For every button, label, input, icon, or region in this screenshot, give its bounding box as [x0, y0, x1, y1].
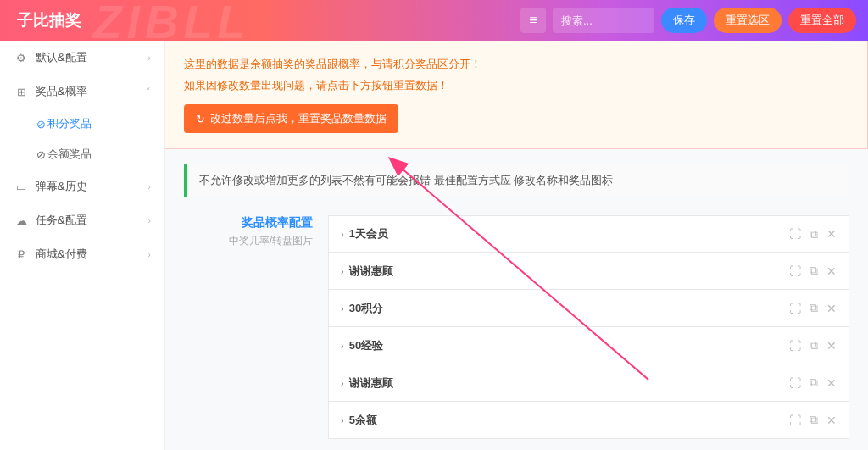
prize-name: 5余额 — [349, 413, 781, 428]
copy-icon[interactable]: ⧉ — [810, 375, 818, 390]
sidebar-sub-label: 积分奖品 — [47, 116, 92, 131]
sidebar-item-label: 默认&配置 — [36, 50, 147, 65]
close-icon[interactable]: ✕ — [826, 227, 837, 241]
circle-icon: ⊘ — [34, 118, 47, 131]
copy-icon[interactable]: ⧉ — [810, 301, 818, 315]
sidebar-item-danmu-history[interactable]: ▭ 弹幕&历史 › — [0, 169, 164, 203]
prize-name: 1天会员 — [349, 226, 781, 242]
warning-box: 这里的数据是余额抽奖的奖品跟概率，与请积分奖品区分开！ 如果因修改数量出现问题，… — [165, 41, 868, 149]
config-label-group: 奖品概率配置 中奖几率/转盘图片 — [184, 215, 328, 439]
copy-icon[interactable]: ⧉ — [810, 264, 818, 278]
chevron-right-icon: › — [341, 415, 344, 425]
chevron-right-icon: › — [147, 249, 151, 259]
sidebar-item-label: 弹幕&历史 — [36, 179, 147, 194]
copy-icon[interactable]: ⧉ — [810, 413, 818, 427]
chevron-right-icon: › — [341, 303, 344, 314]
sidebar-item-default-config[interactable]: ⚙ 默认&配置 › — [0, 41, 164, 75]
expand-icon[interactable]: ⛶ — [789, 264, 801, 278]
close-icon[interactable]: ✕ — [826, 376, 837, 390]
prize-name: 谢谢惠顾 — [349, 375, 781, 391]
sidebar-item-label: 奖品&概率 — [36, 84, 146, 99]
sidebar-sub-balance-prize[interactable]: ⊘ 余额奖品 — [0, 139, 164, 169]
sidebar-item-shop-pay[interactable]: ₽ 商城&付费 › — [0, 237, 164, 271]
prize-row[interactable]: › 5余额 ⛶ ⧉ ✕ — [328, 402, 849, 439]
sidebar-sub-points-prize[interactable]: ⊘ 积分奖品 — [0, 108, 164, 139]
chevron-right-icon: › — [147, 53, 151, 63]
chevron-right-icon: › — [147, 181, 151, 192]
sidebar: ⚙ 默认&配置 › ⊞ 奖品&概率 ˅ ⊘ 积分奖品 ⊘ 余额奖品 ▭ 弹幕&历… — [0, 41, 165, 450]
prize-row[interactable]: › 30积分 ⛶ ⧉ ✕ — [328, 290, 849, 327]
chevron-right-icon: › — [341, 229, 344, 239]
close-icon[interactable]: ✕ — [826, 414, 837, 427]
close-icon[interactable]: ✕ — [826, 302, 837, 315]
header: ZIBLL 子比抽奖 ≡ 保存 重置选区 重置全部 — [0, 0, 868, 41]
config-subtitle: 中奖几率/转盘图片 — [184, 234, 313, 248]
circle-icon: ⊘ — [34, 148, 47, 161]
search-input[interactable] — [553, 8, 654, 33]
prize-row[interactable]: › 谢谢惠顾 ⛶ ⧉ ✕ — [328, 253, 849, 290]
tip-bar: 不允许修改或增加更多的列表不然有可能会报错 最佳配置方式应 修改名称和奖品图标 — [184, 164, 849, 197]
close-icon[interactable]: ✕ — [826, 339, 837, 353]
prize-row[interactable]: › 1天会员 ⛶ ⧉ ✕ — [328, 215, 849, 253]
expand-icon[interactable]: ⛶ — [789, 302, 801, 315]
reset-prize-data-label: 改过数量后点我，重置奖品数量数据 — [210, 111, 387, 126]
list-icon[interactable]: ≡ — [520, 8, 546, 33]
prize-list: › 1天会员 ⛶ ⧉ ✕ › 谢谢惠顾 ⛶ ⧉ ✕ › 30积分 ⛶ ⧉ ✕ — [328, 215, 849, 439]
sidebar-item-prize-prob[interactable]: ⊞ 奖品&概率 ˅ — [0, 75, 164, 108]
save-button[interactable]: 保存 — [661, 8, 707, 33]
chevron-down-icon: ˅ — [146, 86, 151, 97]
package-icon: ⊞ — [14, 86, 29, 98]
chevron-right-icon: › — [147, 215, 151, 225]
chevron-right-icon: › — [341, 266, 344, 276]
reset-selection-button[interactable]: 重置选区 — [714, 8, 782, 33]
prize-name: 50经验 — [349, 338, 781, 353]
app-title: 子比抽奖 — [17, 9, 81, 31]
sidebar-item-label: 任务&配置 — [36, 213, 147, 228]
close-icon[interactable]: ✕ — [826, 264, 837, 278]
refresh-icon: ↻ — [196, 113, 205, 125]
prize-name: 谢谢惠顾 — [349, 264, 781, 279]
expand-icon[interactable]: ⛶ — [789, 414, 801, 427]
sidebar-item-task-config[interactable]: ☁ 任务&配置 › — [0, 203, 164, 237]
chevron-right-icon: › — [341, 341, 344, 351]
gear-icon: ⚙ — [14, 52, 29, 64]
sidebar-sub-label: 余额奖品 — [47, 147, 92, 162]
cloud-icon: ☁ — [14, 214, 29, 227]
copy-icon[interactable]: ⧉ — [810, 227, 818, 242]
config-row: 奖品概率配置 中奖几率/转盘图片 › 1天会员 ⛶ ⧉ ✕ › 谢谢惠顾 ⛶ ⧉… — [184, 215, 849, 439]
copy-icon[interactable]: ⧉ — [810, 338, 818, 353]
book-icon: ▭ — [14, 181, 29, 193]
warning-line-2: 如果因修改数量出现问题，请点击下方按钮重置数据！ — [184, 75, 849, 97]
expand-icon[interactable]: ⛶ — [789, 339, 801, 353]
expand-icon[interactable]: ⛶ — [789, 227, 801, 241]
reset-all-button[interactable]: 重置全部 — [788, 8, 856, 33]
sidebar-item-label: 商城&付费 — [36, 247, 147, 262]
main: 这里的数据是余额抽奖的奖品跟概率，与请积分奖品区分开！ 如果因修改数量出现问题，… — [165, 41, 868, 450]
prize-row[interactable]: › 50经验 ⛶ ⧉ ✕ — [328, 327, 849, 364]
prize-row[interactable]: › 谢谢惠顾 ⛶ ⧉ ✕ — [328, 364, 849, 402]
config-title: 奖品概率配置 — [184, 215, 313, 231]
warning-line-1: 这里的数据是余额抽奖的奖品跟概率，与请积分奖品区分开！ — [184, 54, 849, 75]
ruble-icon: ₽ — [14, 248, 29, 261]
reset-prize-data-button[interactable]: ↻ 改过数量后点我，重置奖品数量数据 — [184, 104, 398, 133]
expand-icon[interactable]: ⛶ — [789, 376, 801, 390]
chevron-right-icon: › — [341, 378, 344, 388]
prize-name: 30积分 — [349, 301, 781, 316]
